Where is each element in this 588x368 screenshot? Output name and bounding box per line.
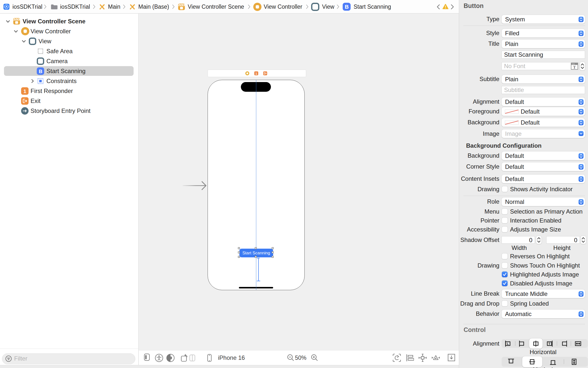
svg-text:1: 1 [23,88,26,94]
svg-text:1: 1 [256,72,257,75]
svg-text:T: T [549,342,551,346]
svg-text:B: B [345,4,349,10]
svg-text:T: T [573,65,576,70]
svg-text:B: B [39,69,42,74]
svg-text:L: L [507,342,509,346]
